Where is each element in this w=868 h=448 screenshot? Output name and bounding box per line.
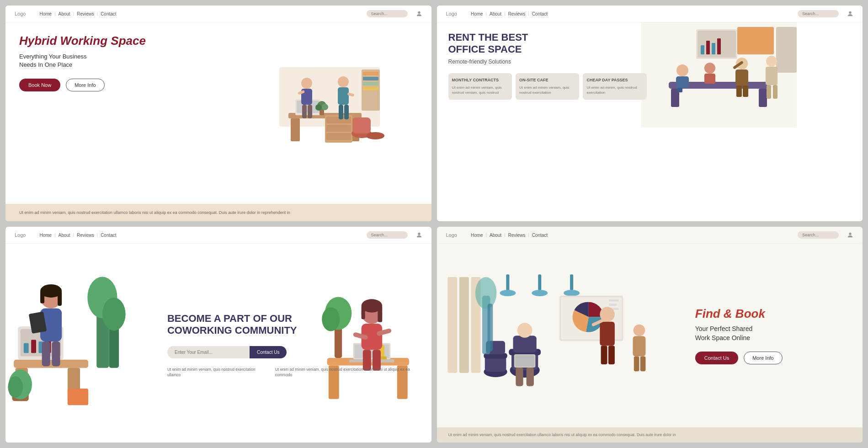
user-icon-1 — [416, 11, 422, 17]
svg-rect-57 — [767, 85, 771, 99]
email-row: Contact Us — [167, 346, 422, 358]
nav-reviews-1[interactable]: Reviews — [77, 11, 94, 16]
svg-rect-128 — [513, 336, 536, 352]
panel-find-book: Logo Home | About | Reviews | Contact — [437, 227, 863, 443]
svg-rect-123 — [609, 304, 617, 306]
svg-rect-48 — [677, 88, 682, 92]
office-meeting-scene — [641, 22, 797, 128]
svg-rect-117 — [570, 274, 573, 290]
user-icon-2 — [847, 11, 853, 17]
svg-rect-36 — [776, 27, 797, 73]
search-input-1[interactable] — [367, 10, 408, 17]
svg-rect-122 — [609, 299, 618, 302]
svg-rect-149 — [640, 357, 645, 372]
left-illustration-4 — [437, 244, 692, 427]
nav-about-3[interactable]: About — [59, 233, 70, 238]
nav-reviews-3[interactable]: Reviews — [77, 233, 94, 238]
svg-point-49 — [704, 63, 715, 74]
desc-cols-3: Ut enim ad minim veniam, quis nostrud ex… — [167, 367, 422, 379]
svg-point-116 — [532, 290, 548, 296]
svg-point-60 — [418, 233, 420, 235]
content-area-4: Find & Book Your Perfect SharedWork Spac… — [437, 244, 863, 427]
logo-1: Logo — [15, 11, 26, 16]
nav-links-3: Home | About | Reviews | Contact — [39, 233, 116, 238]
svg-point-129 — [517, 323, 532, 338]
left-content-2: Rent The BestOffice Space Remote-friendl… — [437, 22, 658, 221]
svg-rect-54 — [743, 85, 748, 97]
search-input-4[interactable] — [798, 231, 839, 239]
nav-home-1[interactable]: Home — [39, 11, 52, 16]
btn-row-1: Book Now More Info — [19, 79, 226, 91]
search-input-2[interactable] — [798, 10, 839, 17]
svg-rect-41 — [712, 43, 715, 54]
svg-rect-30 — [363, 77, 378, 80]
svg-rect-132 — [516, 368, 523, 386]
nav-links-2: Home | About | Reviews | Contact — [471, 11, 548, 16]
svg-rect-40 — [706, 41, 710, 54]
feature-card-1: On-site CAFE Ut enim ad minim veniam, qu… — [516, 73, 579, 100]
contact-us-button-4[interactable]: Contact Us — [695, 352, 738, 364]
svg-rect-42 — [717, 38, 721, 54]
svg-rect-148 — [634, 357, 639, 372]
svg-rect-21 — [308, 105, 312, 118]
svg-point-114 — [500, 290, 516, 296]
center-content-3: Become A Part Of OurCoworking Community … — [5, 244, 431, 443]
nav-contact-4[interactable]: Contact — [532, 233, 548, 238]
user-icon-4 — [847, 232, 853, 238]
svg-point-46 — [676, 64, 688, 76]
left-content-1: Hybrid Working Space Everything Your Bus… — [5, 22, 240, 204]
panel-coworking: Logo Home | About | Reviews | Contact — [5, 227, 431, 443]
nav-reviews-4[interactable]: Reviews — [508, 233, 526, 238]
features-grid: Monthly Contracts Ut enim ad minim venia… — [448, 73, 647, 100]
nav-home-2[interactable]: Home — [471, 11, 483, 16]
nav-reviews-2[interactable]: Reviews — [508, 11, 526, 16]
nav-about-1[interactable]: About — [59, 11, 70, 16]
book-now-button[interactable]: Book Now — [19, 79, 60, 91]
svg-rect-20 — [302, 105, 307, 118]
svg-rect-58 — [773, 85, 777, 99]
svg-point-0 — [418, 11, 420, 14]
contact-us-button-3[interactable]: Contact Us — [250, 346, 287, 358]
logo-3: Logo — [15, 232, 26, 238]
svg-rect-139 — [600, 322, 615, 346]
more-info-button-4[interactable]: More Info — [744, 352, 782, 364]
nav-contact-1[interactable]: Contact — [101, 11, 116, 16]
more-info-button-1[interactable]: More Info — [66, 79, 104, 91]
svg-rect-131 — [515, 355, 534, 366]
feature-body-2: Ut enim ad minim, quis nostrud exercitat… — [586, 85, 643, 95]
feature-card-2: Cheap Day PASSES Ut enim ad minim, quis … — [583, 73, 646, 100]
hero-title-3: Become A Part Of OurCoworking Community — [167, 313, 422, 337]
svg-rect-140 — [601, 346, 607, 364]
feature-title-1: On-site CAFE — [519, 78, 575, 82]
nav-contact-3[interactable]: Contact — [101, 233, 116, 238]
svg-rect-23 — [338, 87, 349, 105]
btn-row-4: Contact Us More Info — [695, 352, 851, 364]
right-content-4: Find & Book Your Perfect SharedWork Spac… — [684, 244, 863, 427]
email-input[interactable] — [167, 346, 250, 358]
nav-4: Logo Home | About | Reviews | Contact — [437, 227, 863, 244]
hero-title-4: Find & Book — [695, 307, 851, 321]
svg-point-118 — [564, 290, 580, 296]
feature-body-0: Ut enim ad minim veniam, quis nostrud ve… — [452, 85, 508, 95]
panel-hybrid-working: Logo Home | About | Reviews | Contact Hy… — [5, 5, 431, 221]
svg-rect-3 — [291, 118, 300, 141]
svg-rect-111 — [459, 277, 469, 373]
content-area-2: Rent The BestOffice Space Remote-friendl… — [437, 22, 863, 221]
nav-contact-2[interactable]: Contact — [532, 11, 548, 16]
nav-about-2[interactable]: About — [490, 11, 501, 16]
svg-rect-133 — [526, 368, 533, 386]
search-input-3[interactable] — [367, 231, 408, 239]
svg-rect-35 — [737, 27, 774, 54]
svg-point-17 — [366, 132, 384, 139]
nav-home-3[interactable]: Home — [39, 233, 52, 238]
illustration-2 — [641, 22, 863, 221]
svg-point-108 — [849, 233, 851, 235]
nav-home-4[interactable]: Home — [471, 233, 483, 238]
office-scene-1 — [252, 63, 398, 163]
svg-rect-8 — [326, 133, 351, 140]
svg-rect-29 — [363, 72, 378, 75]
svg-rect-7 — [326, 125, 351, 132]
nav-3: Logo Home | About | Reviews | Contact — [5, 227, 431, 244]
hero-subtitle-2: Remote-friendly Solutions — [448, 59, 647, 65]
nav-about-4[interactable]: About — [490, 233, 501, 238]
